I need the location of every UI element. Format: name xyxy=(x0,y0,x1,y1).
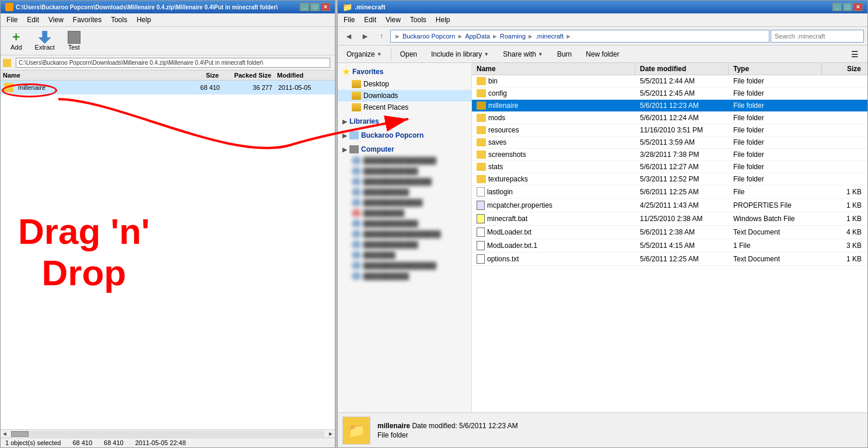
zip-address-input[interactable]: C:\Users\Buckaroo Popcorn\Downloads\Mill… xyxy=(16,58,330,68)
include-library-button[interactable]: Include in library ▼ xyxy=(426,48,494,60)
desktop-icon xyxy=(352,80,361,88)
extract-button[interactable]: Extract xyxy=(30,29,60,52)
col-header-modified[interactable]: Modified xyxy=(277,72,335,79)
exp-menu-tools[interactable]: Tools xyxy=(407,15,430,25)
sidebar-item-desktop[interactable]: Desktop xyxy=(338,78,471,90)
organize-button[interactable]: Organize ▼ xyxy=(341,48,387,60)
file-name-modloader1: ModLoader.txt.1 xyxy=(487,242,537,250)
favorites-header[interactable]: ★ Favorites xyxy=(338,65,471,78)
file-row-mods[interactable]: mods 5/6/2011 12:24 AM File folder xyxy=(472,112,867,124)
exp-maximize-button[interactable]: □ xyxy=(843,3,852,11)
file-row-modloader[interactable]: ModLoader.txt 5/6/2011 2:38 AM Text Docu… xyxy=(472,226,867,239)
breadcrumb-bar[interactable]: ► Buckaroo Popcorn ► AppData ► Roaming ►… xyxy=(390,30,769,43)
new-folder-button[interactable]: New folder xyxy=(580,48,624,60)
col-header-name[interactable]: Name xyxy=(3,72,178,79)
file-row-texturepacks[interactable]: texturepacks 5/3/2011 12:52 PM File fold… xyxy=(472,173,867,186)
zip-file-row[interactable]: millenaire 68 410 36 277 2011-05-05 xyxy=(1,80,335,94)
file-row-lastlogin[interactable]: lastlogin 5/6/2011 12:25 AM File 1 KB xyxy=(472,186,867,199)
zip-win-controls: _ □ ✕ xyxy=(300,3,330,11)
drive-label-8: █████████████████ xyxy=(363,230,441,237)
exp-menu-edit[interactable]: Edit xyxy=(360,15,380,25)
file-row-modloader1[interactable]: ModLoader.txt.1 5/5/2011 4:15 AM 1 File … xyxy=(472,239,867,253)
file-row-millenaire[interactable]: millenaire 5/6/2011 12:23 AM File folder xyxy=(472,100,867,112)
drive-item-10[interactable]: ███████ xyxy=(338,250,471,260)
drive-icon-2 xyxy=(352,167,361,175)
drive-item-12[interactable]: ██████████ xyxy=(338,271,471,281)
col-type[interactable]: Type xyxy=(729,63,822,75)
file-row-stats[interactable]: stats 5/6/2011 12:27 AM File folder xyxy=(472,161,867,173)
breadcrumb-appdata[interactable]: AppData xyxy=(465,33,490,40)
exp-menu-view[interactable]: View xyxy=(382,15,404,25)
file-type-screenshots: File folder xyxy=(729,150,822,159)
col-modified[interactable]: Date modified xyxy=(635,63,729,75)
menu-favorites[interactable]: Favorites xyxy=(69,15,105,25)
explorer-action-toolbar: Organize ▼ Open Include in library ▼ Sha… xyxy=(338,46,867,63)
favorites-label: Favorites xyxy=(352,68,383,76)
exp-minimize-button[interactable]: _ xyxy=(832,3,842,11)
burn-button[interactable]: Burn xyxy=(552,48,577,60)
zip-file-list: Name Size Packed Size Modified millenair… xyxy=(1,71,335,429)
maximize-button[interactable]: □ xyxy=(310,3,320,11)
file-row-config[interactable]: config 5/5/2011 2:45 AM File folder xyxy=(472,88,867,100)
col-size[interactable]: Size xyxy=(822,63,867,75)
folder-icon xyxy=(477,150,486,159)
exp-menu-help[interactable]: Help xyxy=(432,15,454,25)
menu-view[interactable]: View xyxy=(45,15,67,25)
back-button[interactable]: ◄ xyxy=(341,29,356,44)
scroll-right-arrow[interactable]: ► xyxy=(327,430,335,437)
menu-tools[interactable]: Tools xyxy=(107,15,131,25)
add-button[interactable]: + Add xyxy=(5,29,27,52)
file-row-resources[interactable]: resources 11/16/2010 3:51 PM File folder xyxy=(472,124,867,136)
drive-item-6[interactable]: █████████ xyxy=(338,208,471,218)
sidebar-item-downloads[interactable]: Downloads xyxy=(338,90,471,102)
view-options-button[interactable]: ☰ xyxy=(846,48,864,61)
explorer-window: 📁 .minecraft _ □ ✕ File Edit View Tools … xyxy=(337,0,868,448)
menu-help[interactable]: Help xyxy=(133,15,155,25)
file-row-options[interactable]: options.txt 5/6/2011 12:25 AM Text Docum… xyxy=(472,253,867,266)
breadcrumb-roaming[interactable]: Roaming xyxy=(500,33,526,40)
drive-item-3[interactable]: ███████████████ xyxy=(338,176,471,187)
close-button[interactable]: ✕ xyxy=(321,3,330,11)
open-button[interactable]: Open xyxy=(395,48,422,60)
file-row-screenshots[interactable]: screenshots 3/28/2011 7:38 PM File folde… xyxy=(472,149,867,161)
col-header-size[interactable]: Size xyxy=(178,72,225,79)
scroll-left-arrow[interactable]: ◄ xyxy=(1,430,9,437)
file-row-minecraft-bat[interactable]: minecraft.bat 11/25/2010 2:38 AM Windows… xyxy=(472,212,867,226)
scrollbar-thumb[interactable] xyxy=(11,431,29,437)
drive-item-5[interactable]: █████████████ xyxy=(338,197,471,208)
file-row-bin[interactable]: bin 5/5/2011 2:44 AM File folder xyxy=(472,75,867,88)
zip-horizontal-scrollbar[interactable]: ◄ ► xyxy=(1,429,335,438)
forward-button[interactable]: ► xyxy=(358,29,373,44)
drive-item-4[interactable]: ██████████ xyxy=(338,187,471,197)
breadcrumb-buckaroo[interactable]: Buckaroo Popcorn xyxy=(402,33,456,40)
minimize-button[interactable]: _ xyxy=(300,3,309,11)
search-input[interactable] xyxy=(771,30,864,43)
libraries-header[interactable]: ▶ Libraries xyxy=(338,116,471,127)
open-label: Open xyxy=(400,50,417,58)
test-button[interactable]: Test xyxy=(62,29,86,52)
drive-item-7[interactable]: ████████████ xyxy=(338,218,471,229)
file-row-mcpatcher[interactable]: mcpatcher.properties 4/25/2011 1:43 AM P… xyxy=(472,199,867,212)
folder-icon xyxy=(477,126,486,134)
status-objects: 1 object(s) selected xyxy=(5,439,61,446)
drive-item-11[interactable]: ████████████████ xyxy=(338,260,471,271)
col-header-packed[interactable]: Packed Size xyxy=(225,72,277,79)
share-with-button[interactable]: Share with ▼ xyxy=(498,48,548,60)
exp-close-button[interactable]: ✕ xyxy=(853,3,863,11)
drive-item-8[interactable]: █████████████████ xyxy=(338,229,471,239)
col-name[interactable]: Name xyxy=(472,63,635,75)
drive-item-1[interactable]: ████████████████ xyxy=(338,155,471,166)
file-row-saves[interactable]: saves 5/5/2011 3:59 AM File folder xyxy=(472,136,867,149)
exp-menu-file[interactable]: File xyxy=(340,15,358,25)
up-button[interactable]: ↑ xyxy=(374,29,389,44)
sidebar-item-recent[interactable]: Recent Places xyxy=(338,102,471,113)
drive-item-9[interactable]: ████████████ xyxy=(338,239,471,250)
homegroup-header[interactable]: ▶ Buckaroo Popcorn xyxy=(338,130,471,141)
breadcrumb-minecraft[interactable]: .minecraft xyxy=(536,33,564,40)
computer-header[interactable]: ▶ Computer xyxy=(338,144,471,155)
include-library-arrow: ▼ xyxy=(484,51,489,57)
menu-file[interactable]: File xyxy=(3,15,21,25)
menu-edit[interactable]: Edit xyxy=(23,15,43,25)
zip-folder-icon xyxy=(4,83,13,92)
drive-item-2[interactable]: ████████████ xyxy=(338,166,471,176)
